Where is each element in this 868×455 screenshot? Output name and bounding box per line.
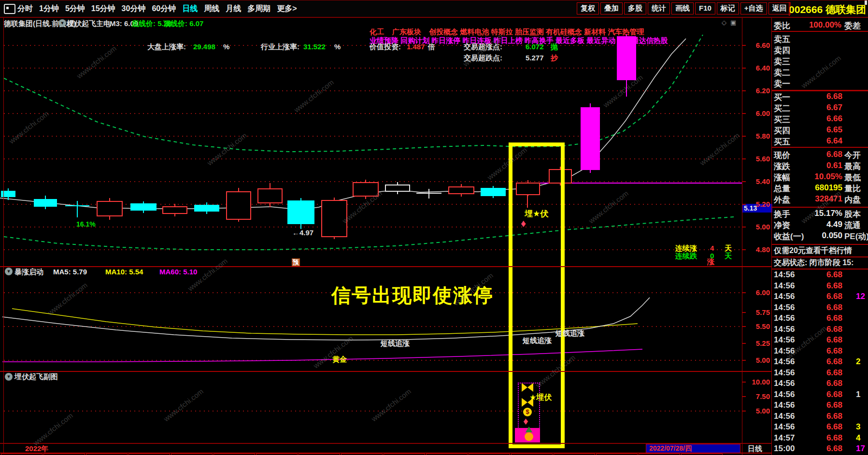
period-tab[interactable]: 30分钟 <box>122 4 146 14</box>
period-tab[interactable]: 更多> <box>277 4 297 14</box>
over-rise-tag: 抛 <box>551 43 558 52</box>
tick-time: 14:56 <box>774 390 795 399</box>
tick-time: 14:56 <box>774 303 795 313</box>
streak-down-unit: 天 <box>725 252 732 261</box>
tick-time: 14:57 <box>774 433 795 443</box>
tick-time: 14:56 <box>774 357 795 367</box>
ask-row-label[interactable]: 卖三 <box>774 56 790 67</box>
price-tick-label: 6.00 <box>744 288 770 297</box>
pct-change-note: 16.1% <box>76 220 96 228</box>
period-tab[interactable]: 15分钟 <box>91 4 115 14</box>
period-label: 日线 <box>748 444 762 454</box>
gem-icon: ♦ <box>521 217 526 230</box>
tick-time: 14:56 <box>774 313 795 323</box>
window-corner-icon[interactable]: ▣ <box>730 19 736 26</box>
bid-price: 6.67 <box>806 103 842 113</box>
panel-divider <box>0 266 772 267</box>
bid-row-label[interactable]: 买四 <box>774 125 790 136</box>
ma10-line <box>12 309 638 335</box>
candle-wick <box>238 188 239 222</box>
period-tab[interactable]: 多周期 <box>247 4 270 14</box>
bid-row-label[interactable]: 买三 <box>774 114 790 125</box>
period-tab[interactable]: 60分钟 <box>152 4 176 14</box>
weibi-label: 委比 <box>774 20 790 31</box>
tick-volume: 17 <box>856 444 865 454</box>
tick-price: 6.68 <box>806 400 842 410</box>
candle-body <box>162 206 187 214</box>
low-price-note: ←4.97 <box>292 228 313 237</box>
market-rate-unit: % <box>223 43 229 51</box>
stat-right-label: 量比 <box>844 183 861 194</box>
trade-status: 交易状态: 闭市阶段 15: <box>774 258 854 268</box>
tool-button[interactable]: 统计 <box>648 2 670 14</box>
axis-tick-mark <box>742 158 746 159</box>
candle-body <box>581 107 600 170</box>
bid-row-label[interactable]: 买五 <box>774 136 790 147</box>
forecast-marker-badge[interactable]: 预 <box>292 258 300 266</box>
tool-button[interactable]: 画线 <box>671 2 694 14</box>
collapse-main-icon[interactable]: ▾ <box>58 19 66 27</box>
tick-price: 6.68 <box>806 422 842 432</box>
vip-link[interactable]: 仅需20元查看千档行情 <box>774 246 852 256</box>
diamond-corner-icon[interactable]: ◇ <box>722 19 726 26</box>
tool-button[interactable]: 返回 <box>768 2 791 14</box>
price-tick-label: 5.00 <box>744 223 770 231</box>
level-line <box>528 183 742 184</box>
period-tab[interactable]: 周线 <box>204 4 219 14</box>
cursor-date-tag: 2022/07/28/四 <box>646 444 740 453</box>
top-menu-bar: 分时1分钟5分钟15分钟30分钟60分钟日线周线月线多周期更多> 复权叠加多股统… <box>0 0 868 18</box>
tool-button[interactable]: 叠加 <box>600 2 623 14</box>
tool-button[interactable]: 复权 <box>577 2 599 14</box>
watermark-text: www.cfchi.com <box>7 109 50 145</box>
period-tab[interactable]: 5分钟 <box>65 4 85 14</box>
ask-row-label[interactable]: 卖五 <box>774 34 790 45</box>
ambush-signal-label: 埋★伏 <box>525 208 548 219</box>
weicha-label: 委差 <box>844 20 861 31</box>
bottom-indicator-name[interactable]: 埋伏起飞副图 <box>14 372 58 382</box>
scrollbar-fragment[interactable] <box>865 0 867 5</box>
stat-right-label: PE(动) <box>844 231 868 242</box>
quote-divider <box>772 90 868 91</box>
stat-value: 0.050 <box>799 231 842 241</box>
candle-wick <box>109 198 110 220</box>
gem-icon: ♦ <box>523 415 528 427</box>
tool-button[interactable]: +自选 <box>740 2 767 14</box>
stat-right-label: 股本 <box>844 209 861 220</box>
tick-volume: 4 <box>856 433 860 443</box>
ask-row-label[interactable]: 卖二 <box>774 67 790 78</box>
tick-time: 14:56 <box>774 422 795 432</box>
middle-indicator-name[interactable]: 暴涨启动 <box>14 268 43 277</box>
chase-label: 短线追涨 <box>555 329 584 338</box>
axis-left-border <box>742 17 742 455</box>
bid-row-label[interactable]: 买二 <box>774 103 790 114</box>
stat-value: 328471 <box>799 194 842 204</box>
axis-tick-mark <box>742 136 746 137</box>
period-tab[interactable]: 1分钟 <box>39 4 59 14</box>
dotted-gridline <box>4 249 742 250</box>
tool-button[interactable]: 标记 <box>717 2 739 14</box>
dotted-gridline <box>4 90 742 91</box>
collapse-middle-icon[interactable]: ▾ <box>5 268 13 275</box>
stat-value: 0.61 <box>799 161 842 171</box>
quote-divider <box>772 269 868 270</box>
app-icon[interactable] <box>4 4 15 14</box>
dotted-gridline <box>4 411 742 412</box>
tool-button[interactable]: F10 <box>695 2 715 14</box>
concept-tags-row1[interactable]: 化工 广东板块 创投概念 燃料电池 特斯拉 胎压监测 有机硅概念 新材料 汽车热… <box>370 28 644 37</box>
candle-body <box>385 185 410 192</box>
period-tab[interactable]: 分时 <box>17 4 33 14</box>
ceiling-price: 顶线价: 6.07 <box>163 19 203 28</box>
ask-row-label[interactable]: 卖一 <box>774 78 790 89</box>
value-invest-label: 价值投资: <box>370 43 401 52</box>
stat-label: 净资 <box>774 220 790 231</box>
bid-row-label[interactable]: 买一 <box>774 92 790 103</box>
period-tab[interactable]: 月线 <box>226 4 241 14</box>
main-indicator-name[interactable]: 埋伏起飞主电 <box>67 19 111 28</box>
tool-button[interactable]: 多股 <box>624 2 646 14</box>
over-rise-value: 6.072 <box>526 43 544 51</box>
candle-doji <box>65 205 89 206</box>
price-tick-label: 5.60 <box>744 155 770 163</box>
collapse-bottom-icon[interactable]: ▾ <box>5 373 13 381</box>
ask-row-label[interactable]: 卖四 <box>774 45 790 56</box>
period-tab[interactable]: 日线 <box>182 4 198 14</box>
